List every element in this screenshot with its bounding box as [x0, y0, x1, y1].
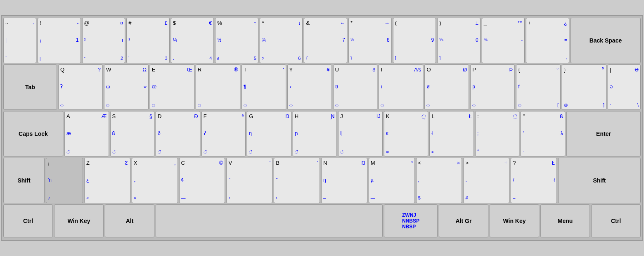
shift-left-label: Shift [17, 177, 30, 184]
asdf-row: Caps Lock AÆ æ ◌̈ S§ ß ◌̈ DÐ ð ◌̈ [3, 111, 641, 156]
enter-label: Enter [596, 130, 611, 137]
shift-right-key[interactable]: Shift [558, 158, 641, 203]
key-t[interactable]: T' ¶ ◌ [242, 64, 286, 110]
key-d[interactable]: DÐ ð ◌̈ [156, 111, 200, 156]
key-0[interactable]: )± ⁵⁄₈0 ] [437, 18, 481, 63]
key-j[interactable]: JIJ ij ◌̈ [338, 111, 383, 156]
zwnj-label: ZWNJNNBSPNBSP [402, 212, 419, 230]
shift-right-label: Shift [593, 177, 606, 184]
ctrl-right-key[interactable]: Ctrl [591, 204, 641, 237]
key-4[interactable]: $€ ¼ ،4 [171, 18, 214, 63]
key-l[interactable]: LŁ ł ≠ [429, 111, 474, 156]
key-i[interactable]: IA⁄s ı ◌ [379, 64, 423, 110]
key-z[interactable]: ZƸ ƹ « [84, 158, 130, 203]
key-period[interactable]: >÷ . # [463, 158, 509, 203]
key-e[interactable]: EŒ œ ◌ [150, 64, 194, 110]
key-k[interactable]: K◌̧ ĸ ⊕ [384, 111, 429, 156]
key-p[interactable]: PÞ þ ◌ [470, 64, 515, 110]
key-7[interactable]: &← 7 { [304, 18, 347, 63]
win-right-key[interactable]: Win Key [490, 204, 539, 237]
key-s[interactable]: S§ ß ◌̈ [110, 111, 155, 156]
key-9[interactable]: ( 9 [ [393, 18, 436, 63]
key-b[interactable]: B' " › [274, 158, 320, 203]
key-r[interactable]: R® ◌ [196, 64, 240, 110]
key-f[interactable]: Fª ʔ ◌̈ [201, 111, 246, 156]
key-c[interactable]: C© ¢ — [179, 158, 225, 203]
key-lbracket[interactable]: {° f ◌[ [516, 64, 561, 110]
backspace-key[interactable]: Back Space [571, 18, 641, 63]
shift-left-inner-key[interactable]: ¡ 'n ♪ [46, 158, 83, 203]
key-g[interactable]: GŊ ŋ ◌̈ [247, 111, 291, 156]
win-left-key[interactable]: Win Key [54, 204, 104, 237]
key-3[interactable]: #£ ³ '3 [126, 18, 170, 63]
bottom-row: Ctrl Win Key Alt ZWNJNNBSPNBSP Alt Gr Wi… [3, 204, 641, 237]
alt-gr-label: Alt Gr [456, 218, 472, 224]
ctrl-right-label: Ctrl [611, 218, 621, 224]
alt-gr-key[interactable]: Alt Gr [439, 204, 488, 237]
key-u[interactable]: Uð ʊ ◌ [333, 64, 378, 110]
menu-key[interactable]: Menu [540, 204, 590, 237]
backspace-label: Back Space [590, 37, 622, 44]
key-backtick[interactable]: ~¬ | ` [3, 18, 36, 63]
key-6[interactable]: ^↓ ¾ ?6 [260, 18, 303, 63]
keyboard: ~¬ | ` !- ¡1 | @¤ ²ı "2 #£ ³ [1, 15, 643, 241]
alt-left-key[interactable]: Alt [105, 204, 154, 237]
key-w[interactable]: WΩ ωw ◌ [104, 64, 149, 110]
key-x[interactable]: X, „ » [132, 158, 178, 203]
win-right-label: Win Key [503, 218, 526, 224]
key-quote[interactable]: "ß 'λ ' [521, 111, 565, 156]
key-n[interactable]: NŊ ŋ – [321, 158, 367, 203]
key-1[interactable]: !- ¡1 | [38, 18, 81, 63]
key-5[interactable]: %↑ ½ ₤5 [215, 18, 258, 63]
key-semicolon[interactable]: :◌̈ ; ° [475, 111, 520, 156]
key-slash[interactable]: ?Ł /ł – [511, 158, 557, 203]
key-o[interactable]: OØ ø ◌ [424, 64, 469, 110]
key-v[interactable]: V' " ‹ [226, 158, 272, 203]
number-row: ~¬ | ` !- ¡1 | @¤ ²ı "2 #£ ³ [3, 18, 641, 63]
caps-lock-key[interactable]: Caps Lock [3, 111, 63, 156]
key-comma[interactable]: <× , $ [416, 158, 462, 203]
key-a[interactable]: AÆ æ ◌̈ [64, 111, 109, 156]
key-h[interactable]: HƝ ɲ ◌̈ [293, 111, 337, 156]
menu-label: Menu [558, 218, 573, 224]
tab-label: Tab [25, 84, 35, 90]
key-2[interactable]: @¤ ²ı "2 [82, 18, 125, 63]
key-backslash[interactable]: |Ə ə "\ [608, 64, 641, 110]
key-y[interactable]: Y¥ ʏ ◌ [287, 64, 332, 110]
tab-key[interactable]: Tab [3, 64, 57, 110]
win-left-label: Win Key [67, 218, 90, 224]
key-8[interactable]: *→ ¹⁄₈8 } [348, 18, 392, 63]
shift-left-key[interactable]: Shift [3, 158, 45, 203]
key-m[interactable]: Mº µ — [369, 158, 415, 203]
zwnj-key[interactable]: ZWNJNNBSPNBSP [384, 204, 438, 237]
space-key[interactable] [156, 204, 383, 237]
caps-lock-label: Caps Lock [19, 130, 48, 137]
key-equals[interactable]: +¿ = ¬ [526, 18, 569, 63]
ctrl-left-key[interactable]: Ctrl [3, 204, 53, 237]
zxcv-row: Shift ¡ 'n ♪ ZƸ ƹ « X, „ » [3, 158, 641, 203]
enter-key[interactable]: Enter [566, 111, 641, 156]
qwerty-row: Tab Q? ʔ ◌ WΩ ωw ◌ EŒ œ ◌ [3, 64, 641, 110]
alt-left-label: Alt [126, 218, 134, 224]
ctrl-left-label: Ctrl [23, 218, 33, 224]
key-minus[interactable]: _™ ⁷⁄₈- [482, 18, 525, 63]
key-rbracket[interactable]: }°̃ @] [562, 64, 606, 110]
key-q[interactable]: Q? ʔ ◌ [58, 64, 103, 110]
